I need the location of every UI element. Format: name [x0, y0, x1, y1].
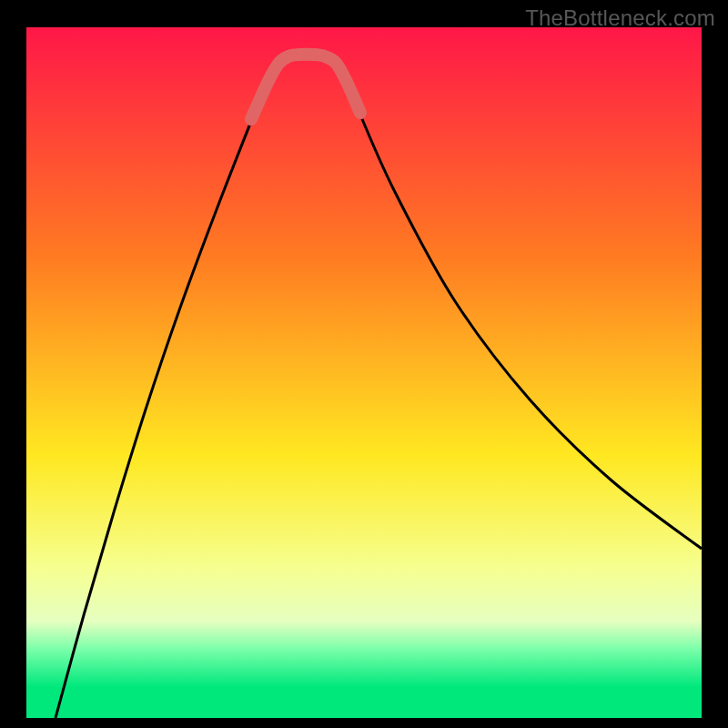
watermark-text: TheBottleneck.com: [525, 5, 715, 31]
chart-frame: TheBottleneck.com: [0, 0, 728, 728]
chart-svg: [0, 0, 728, 728]
plot-background: [26, 27, 702, 718]
